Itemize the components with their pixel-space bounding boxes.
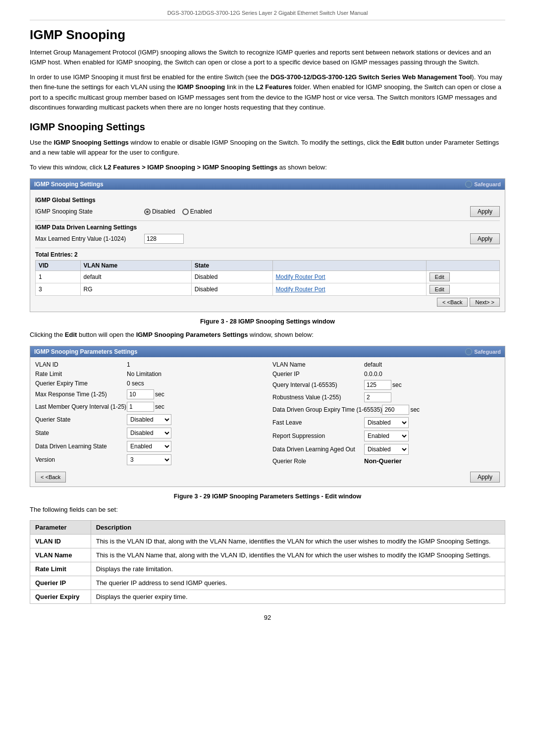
- rate-limit-value: No Limitation: [127, 371, 263, 378]
- params-apply-button[interactable]: Apply: [470, 472, 500, 483]
- desc-row-rate-limit: Rate Limit Displays the rate limitation.: [30, 562, 505, 576]
- last-member-label: Last Member Query Interval (1-25): [35, 403, 127, 410]
- next-button[interactable]: Next> >: [470, 298, 500, 307]
- modify-router-port-1[interactable]: Modify Router Port: [276, 273, 325, 280]
- vlan-table: VID VLAN Name State 1 default Disabled M…: [35, 260, 500, 296]
- fast-leave-label: Fast Leave: [272, 419, 364, 426]
- last-member-unit: sec: [155, 403, 164, 410]
- row2-vlan-name: RG: [80, 283, 191, 296]
- bold-edit2: Edit: [65, 331, 77, 338]
- section-para1: Use the IGMP Snooping Settings window to…: [30, 138, 505, 158]
- vlan-name-label: VLAN Name: [272, 361, 364, 368]
- figure1-caption: Figure 3 - 28 IGMP Snooping Settings win…: [30, 318, 505, 325]
- last-member-input[interactable]: [127, 402, 154, 412]
- fast-leave-select[interactable]: Disabled Enabled: [364, 417, 409, 428]
- querier-role-value: Non-Querier: [364, 457, 402, 465]
- data-driven-expiry-row: Data Driven Group Expiry Time (1-65535) …: [272, 405, 500, 415]
- figure2-caption: Figure 3 - 29 IGMP Snooping Parameters S…: [30, 493, 505, 500]
- data-driven-expiry-input[interactable]: [382, 405, 409, 415]
- max-response-row: Max Response Time (1-25) sec: [35, 389, 263, 399]
- page-title: IGMP Snooping: [30, 27, 505, 43]
- params-body: VLAN ID 1 Rate Limit No Limitation Queri…: [30, 357, 505, 486]
- desc-rate-limit: Displays the rate limitation.: [91, 562, 505, 576]
- version-select[interactable]: 3 2 1: [127, 454, 171, 465]
- apply-button-2[interactable]: Apply: [470, 233, 500, 244]
- report-suppression-select[interactable]: Enabled Disabled: [364, 431, 409, 441]
- bold-model: DGS-3700-12/DGS-3700-12G Switch Series W…: [270, 73, 472, 81]
- query-interval-input[interactable]: [364, 380, 391, 390]
- global-settings-label: IGMP Global Settings: [35, 197, 500, 204]
- data-driven-state-select[interactable]: Enabled Disabled: [127, 441, 171, 452]
- max-learned-label: Max Learned Entry Value (1-1024): [35, 235, 144, 242]
- row2-link[interactable]: Modify Router Port: [272, 283, 426, 296]
- section-title: IGMP Snooping Settings: [30, 121, 505, 133]
- radio-enabled-label: Enabled: [190, 208, 212, 215]
- query-interval-row: Query Interval (1-65535) sec: [272, 380, 500, 390]
- data-driven-state-label: Data Driven Learning State: [35, 443, 127, 450]
- desc-row-vlan-id: VLAN ID This is the VLAN ID that, along …: [30, 534, 505, 548]
- radio-disabled[interactable]: Disabled: [144, 208, 175, 215]
- edit-btn-1[interactable]: Edit: [429, 272, 450, 281]
- querier-state-select[interactable]: Disabled Enabled: [127, 414, 171, 425]
- desc-vlan-name: This is the VLAN Name that, along with t…: [91, 548, 505, 562]
- description-table: Parameter Description VLAN ID This is th…: [30, 520, 505, 604]
- data-driven-expiry-label: Data Driven Group Expiry Time (1-65535): [272, 406, 382, 413]
- aged-out-select[interactable]: Disabled Enabled: [364, 444, 409, 455]
- th-vlan-name: VLAN Name: [80, 261, 191, 271]
- vlan-name-row: VLAN Name default: [272, 361, 500, 368]
- param-querier-ip: Querier IP: [30, 576, 91, 590]
- desc-row-querier-ip: Querier IP The querier IP address to sen…: [30, 576, 505, 590]
- following-fields-text: The following fields can be set:: [30, 505, 505, 515]
- apply-button-1[interactable]: Apply: [470, 206, 500, 217]
- robustness-label: Robustness Value (1-255): [272, 394, 364, 401]
- edit-btn-2[interactable]: Edit: [429, 285, 450, 294]
- params-back-button[interactable]: < <Back: [35, 472, 66, 483]
- report-suppression-row: Report Suppression Enabled Disabled: [272, 431, 500, 441]
- desc-row-vlan-name: VLAN Name This is the VLAN Name that, al…: [30, 548, 505, 562]
- version-label: Version: [35, 456, 127, 463]
- max-learned-input[interactable]: [144, 234, 184, 244]
- th-description: Description: [91, 520, 505, 534]
- state-select[interactable]: Disabled Enabled: [127, 428, 171, 438]
- querier-state-label: Querier State: [35, 416, 127, 423]
- desc-querier-expiry: Displays the querier expiry time.: [91, 590, 505, 603]
- divider-1: [35, 220, 500, 221]
- aged-out-row: Data Driven Learning Aged Out Disabled E…: [272, 444, 500, 455]
- back-button[interactable]: < <Back: [437, 298, 468, 307]
- safeguard-label: Safeguard: [474, 181, 501, 187]
- bold-edit: Edit: [392, 139, 404, 146]
- row1-link[interactable]: Modify Router Port: [272, 271, 426, 283]
- params-grid: VLAN ID 1 Rate Limit No Limitation Queri…: [35, 361, 500, 468]
- table-row: 3 RG Disabled Modify Router Port Edit: [36, 283, 500, 296]
- modify-router-port-2[interactable]: Modify Router Port: [276, 286, 325, 293]
- data-driven-state-row: Data Driven Learning State Enabled Disab…: [35, 441, 263, 452]
- igmp-state-row: IGMP Snooping State Disabled Enabled App…: [35, 206, 500, 217]
- th-state: State: [191, 261, 272, 271]
- robustness-input[interactable]: [364, 392, 391, 402]
- th-parameter: Parameter: [30, 520, 91, 534]
- querier-ip-label: Querier IP: [272, 371, 364, 378]
- querier-role-label: Querier Role: [272, 458, 364, 465]
- state-controls: Disabled Enabled Apply: [144, 206, 500, 217]
- aged-out-label: Data Driven Learning Aged Out: [272, 446, 364, 453]
- row1-vid: 1: [36, 271, 81, 283]
- querier-ip-row: Querier IP 0.0.0.0: [272, 371, 500, 378]
- bold-params-settings: IGMP Snooping Parameters Settings: [136, 331, 248, 338]
- params-safeguard: Safeguard: [465, 348, 501, 355]
- querier-expiry-row: Querier Expiry Time 0 secs: [35, 380, 263, 387]
- radio-dot-disabled: [144, 209, 151, 215]
- report-suppression-label: Report Suppression: [272, 432, 364, 439]
- state-label: IGMP Snooping State: [35, 208, 144, 215]
- desc-querier-ip: The querier IP address to send IGMP quer…: [91, 576, 505, 590]
- max-response-input[interactable]: [127, 389, 154, 399]
- param-vlan-name: VLAN Name: [30, 548, 91, 562]
- window-body: IGMP Global Settings IGMP Snooping State…: [30, 190, 505, 312]
- max-learned-row: Max Learned Entry Value (1-1024) Apply: [35, 233, 500, 245]
- th-action: [272, 261, 426, 271]
- safeguard-icon: [465, 181, 472, 188]
- vlan-id-value: 1: [127, 361, 263, 368]
- row1-vlan-name: default: [80, 271, 191, 283]
- radio-enabled[interactable]: Enabled: [182, 208, 212, 215]
- window-title: IGMP Snooping Settings: [34, 181, 104, 188]
- rate-limit-label: Rate Limit: [35, 371, 127, 378]
